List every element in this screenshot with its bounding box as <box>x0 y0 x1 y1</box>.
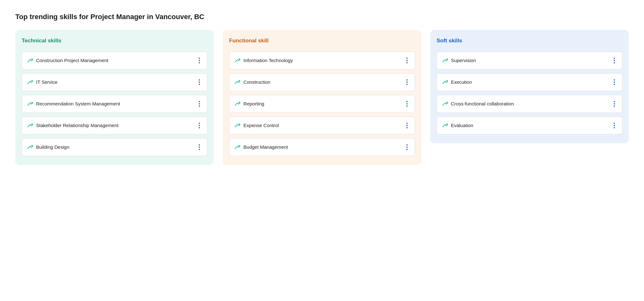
trend-up-icon <box>442 58 448 63</box>
dot <box>199 127 200 128</box>
skill-list-technical: Construction Project Management IT Servi… <box>22 52 207 156</box>
more-options-button[interactable] <box>404 78 410 86</box>
dot <box>406 125 408 126</box>
skill-name-label: Supervision <box>451 57 476 64</box>
skill-item: Execution <box>437 73 622 91</box>
skill-name-label: Execution <box>451 79 472 85</box>
dot <box>406 105 408 107</box>
more-options-button[interactable] <box>404 56 410 65</box>
trend-up-icon <box>27 101 33 106</box>
page-title: Top trending skills for Project Manager … <box>15 13 629 21</box>
column-technical: Technical skills Construction Project Ma… <box>15 30 214 165</box>
more-options-button[interactable] <box>404 100 410 108</box>
trend-up-icon <box>442 80 448 85</box>
dot <box>199 147 200 148</box>
more-options-button[interactable] <box>612 56 617 65</box>
skill-name-label: Construction <box>243 79 270 85</box>
trend-up-icon <box>27 123 33 128</box>
skill-name-label: Budget Management <box>243 144 288 150</box>
dot <box>614 58 615 59</box>
skill-list-functional: Information Technology Construction Repo… <box>229 52 415 156</box>
dot <box>406 82 408 83</box>
skill-item: Construction Project Management <box>22 52 207 69</box>
dot <box>406 101 408 102</box>
dot <box>614 123 615 124</box>
skill-item: Supervision <box>437 52 622 69</box>
more-options-button[interactable] <box>197 78 202 86</box>
skill-name-label: Building Design <box>36 144 69 150</box>
skill-item: Cross-functional collaboration <box>437 95 622 113</box>
skill-name-label: Construction Project Management <box>36 57 108 64</box>
skills-columns: Technical skills Construction Project Ma… <box>15 30 629 165</box>
more-options-button[interactable] <box>404 121 410 130</box>
column-header-functional: Functional skill <box>229 38 415 45</box>
trend-up-icon <box>234 123 240 128</box>
more-options-button[interactable] <box>612 100 617 108</box>
dot <box>406 123 408 124</box>
skill-item: Information Technology <box>229 52 415 69</box>
more-options-button[interactable] <box>612 78 617 86</box>
dot <box>406 60 408 61</box>
trend-up-icon <box>234 145 240 150</box>
trend-up-icon <box>27 80 33 85</box>
trend-up-icon <box>234 58 240 63</box>
trend-up-icon <box>442 123 448 128</box>
skill-name-label: IT Service <box>36 79 57 85</box>
dot <box>406 84 408 85</box>
dot <box>199 84 200 85</box>
dot <box>199 101 200 102</box>
dot <box>406 79 408 81</box>
trend-up-icon <box>234 80 240 85</box>
more-options-button[interactable] <box>612 121 617 130</box>
skill-name-label: Cross-functional collaboration <box>451 101 514 107</box>
skill-list-soft: Supervision Execution Cross-functional c… <box>437 52 622 134</box>
dot <box>614 103 615 104</box>
dot <box>614 127 615 128</box>
column-functional: Functional skill Information Technology … <box>223 30 421 165</box>
dot <box>199 79 200 81</box>
dot <box>199 82 200 83</box>
skill-name-label: Recommendation System Management <box>36 101 120 107</box>
more-options-button[interactable] <box>404 143 410 151</box>
dot <box>199 149 200 150</box>
skill-item: IT Service <box>22 73 207 91</box>
more-options-button[interactable] <box>197 100 202 108</box>
skill-item: Evaluation <box>437 117 622 134</box>
column-header-soft: Soft skills <box>437 38 622 45</box>
dot <box>199 103 200 104</box>
column-header-technical: Technical skills <box>22 38 207 45</box>
more-options-button[interactable] <box>197 143 202 151</box>
skill-item: Reporting <box>229 95 415 113</box>
dot <box>614 62 615 63</box>
more-options-button[interactable] <box>197 56 202 65</box>
trend-up-icon <box>27 58 33 63</box>
skill-item: Budget Management <box>229 138 415 156</box>
trend-up-icon <box>27 145 33 150</box>
dot <box>614 79 615 81</box>
dot <box>406 127 408 128</box>
dot <box>406 103 408 104</box>
dot <box>199 60 200 61</box>
skill-item: Construction <box>229 73 415 91</box>
dot <box>199 62 200 63</box>
dot <box>199 58 200 59</box>
skill-item: Stakeholder Relationship Management <box>22 117 207 134</box>
skill-name-label: Information Technology <box>243 57 293 64</box>
dot <box>614 105 615 107</box>
dot <box>614 60 615 61</box>
skill-item: Building Design <box>22 138 207 156</box>
skill-item: Expense Control <box>229 117 415 134</box>
dot <box>406 147 408 148</box>
dot <box>406 58 408 59</box>
trend-up-icon <box>442 101 448 106</box>
dot <box>199 105 200 107</box>
skill-name-label: Expense Control <box>243 122 279 129</box>
dot <box>199 123 200 124</box>
dot <box>614 101 615 102</box>
more-options-button[interactable] <box>197 121 202 130</box>
skill-name-label: Evaluation <box>451 122 473 129</box>
dot <box>614 84 615 85</box>
skill-item: Recommendation System Management <box>22 95 207 113</box>
skill-name-label: Stakeholder Relationship Management <box>36 122 119 129</box>
dot <box>199 125 200 126</box>
